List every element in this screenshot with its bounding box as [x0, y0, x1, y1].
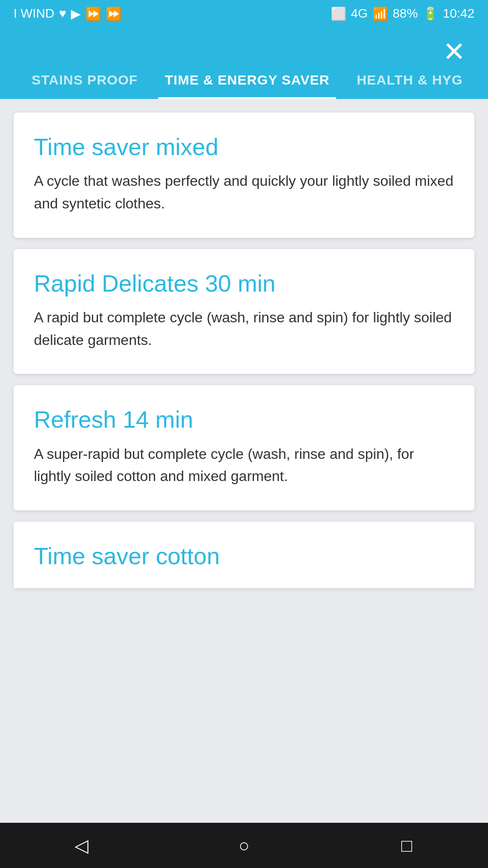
navigation-bar: ◁ ○ □ [0, 823, 488, 868]
home-button[interactable]: ○ [226, 827, 262, 863]
content-area: Time saver mixed A cycle that washes per… [0, 99, 488, 602]
heart-icon: ♥ [59, 6, 66, 21]
status-right: ⬜ 4G 📶 88% 🔋 10:42 [331, 6, 474, 21]
status-left: I WIND ♥ ▶ ⏩ ⏩ [14, 6, 122, 21]
back-icon: ◁ [75, 835, 89, 856]
card-desc-refresh-14-min: A super-rapid but complete cycle (wash, … [34, 443, 454, 488]
recent-apps-icon: □ [401, 835, 412, 856]
signal-icon: 📶 [372, 6, 388, 21]
tab-stains-proof[interactable]: STAINS PROOF [18, 63, 151, 99]
carrier-label: I WIND [14, 6, 54, 21]
card-title-time-saver-cotton: Time saver cotton [34, 542, 454, 570]
battery-label: 88% [393, 6, 418, 21]
card-refresh-14-min[interactable]: Refresh 14 min A super-rapid but complet… [14, 385, 474, 510]
tabs-container: STAINS PROOF TIME & ENERGY SAVER HEALTH … [18, 63, 470, 99]
home-icon: ○ [239, 835, 249, 856]
status-bar: I WIND ♥ ▶ ⏩ ⏩ ⬜ 4G 📶 88% 🔋 10:42 [0, 0, 488, 27]
card-desc-rapid-delicates: A rapid but complete cycle (wash, rinse … [34, 307, 454, 351]
close-icon: ✕ [443, 38, 465, 66]
header: ✕ STAINS PROOF TIME & ENERGY SAVER HEALT… [0, 27, 488, 99]
battery-icon: 🔋 [422, 6, 438, 21]
card-time-saver-cotton[interactable]: Time saver cotton [14, 522, 474, 588]
forward-icon2: ⏩ [106, 6, 122, 21]
card-time-saver-mixed[interactable]: Time saver mixed A cycle that washes per… [14, 113, 474, 238]
recent-apps-button[interactable]: □ [389, 827, 425, 863]
time-label: 10:42 [443, 6, 474, 21]
card-rapid-delicates[interactable]: Rapid Delicates 30 min A rapid but compl… [14, 249, 474, 374]
back-button[interactable]: ◁ [63, 827, 99, 863]
network-label: 4G [351, 6, 368, 21]
card-title-time-saver-mixed: Time saver mixed [34, 133, 454, 161]
nfc-icon: ⬜ [331, 6, 347, 21]
tab-health-hyg[interactable]: HEALTH & HYG [343, 63, 470, 99]
tab-time-energy-saver[interactable]: TIME & ENERGY SAVER [151, 63, 343, 99]
play-icon: ▶ [71, 6, 81, 21]
forward-icon1: ⏩ [85, 6, 101, 21]
card-title-refresh-14-min: Refresh 14 min [34, 406, 454, 434]
card-title-rapid-delicates: Rapid Delicates 30 min [34, 269, 454, 297]
card-desc-time-saver-mixed: A cycle that washes perfectly and quickl… [34, 170, 454, 215]
